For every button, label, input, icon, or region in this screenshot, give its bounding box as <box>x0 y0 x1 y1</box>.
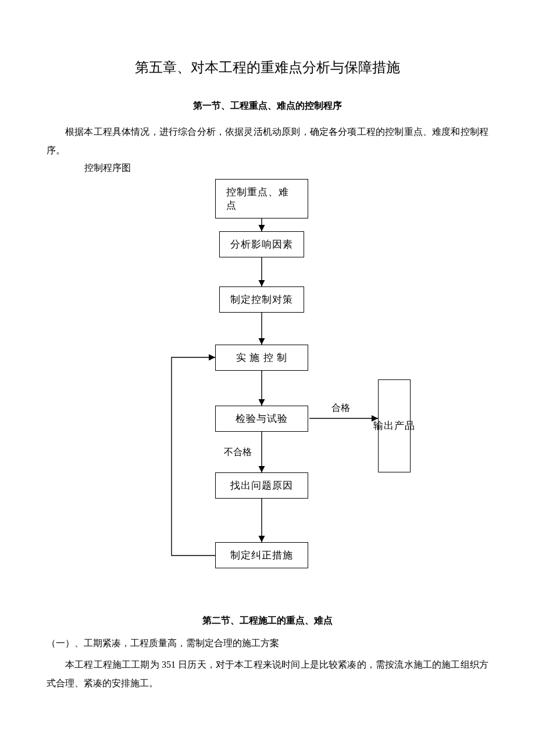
flow-node-implement-control: 实 施 控 制 <box>215 345 308 371</box>
flow-node-output: 输 出 产 品 <box>378 379 411 472</box>
flow-node-analyze-factors: 分析影响因素 <box>219 231 304 257</box>
section2-title: 第二节、工程施工的重点、难点 <box>47 615 488 627</box>
flow-node-output-char-4: 品 <box>405 415 415 436</box>
section2-subhead-1: （一）、工期紧凑，工程质量高，需制定合理的施工方案 <box>47 637 488 650</box>
flow-node-corrective-action: 制定纠正措施 <box>215 542 308 568</box>
flowchart: 控制重点、难点 分析影响因素 制定控制对策 实 施 控 制 检验与试验 找出问题… <box>105 179 430 592</box>
section2-paragraph-1: 本工程工程施工工期为 351 日历天，对于本工程来说时间上是比较紧凑的，需按流水… <box>47 655 488 693</box>
flow-node-output-char-3: 产 <box>394 415 405 436</box>
flow-node-output-char-2: 出 <box>384 415 394 436</box>
flow-node-find-cause: 找出问题原因 <box>215 472 308 499</box>
diagram-caption: 控制程序图 <box>84 162 488 174</box>
flow-node-countermeasures: 制定控制对策 <box>219 286 304 313</box>
section1-paragraph-1: 根据本工程具体情况，进行综合分析，依据灵活机动原则，确定各分项工程的控制重点、难… <box>47 123 488 160</box>
section1-title: 第一节、工程重点、难点的控制程序 <box>47 100 488 112</box>
flow-node-control-points: 控制重点、难点 <box>215 179 308 218</box>
chapter-title: 第五章、对本工程的重难点分析与保障措施 <box>47 58 488 77</box>
edge-label-fail: 不合格 <box>224 446 252 458</box>
flow-node-inspection-test: 检验与试验 <box>215 406 308 432</box>
flow-node-output-char-1: 输 <box>373 415 384 436</box>
edge-label-pass: 合格 <box>331 402 350 414</box>
